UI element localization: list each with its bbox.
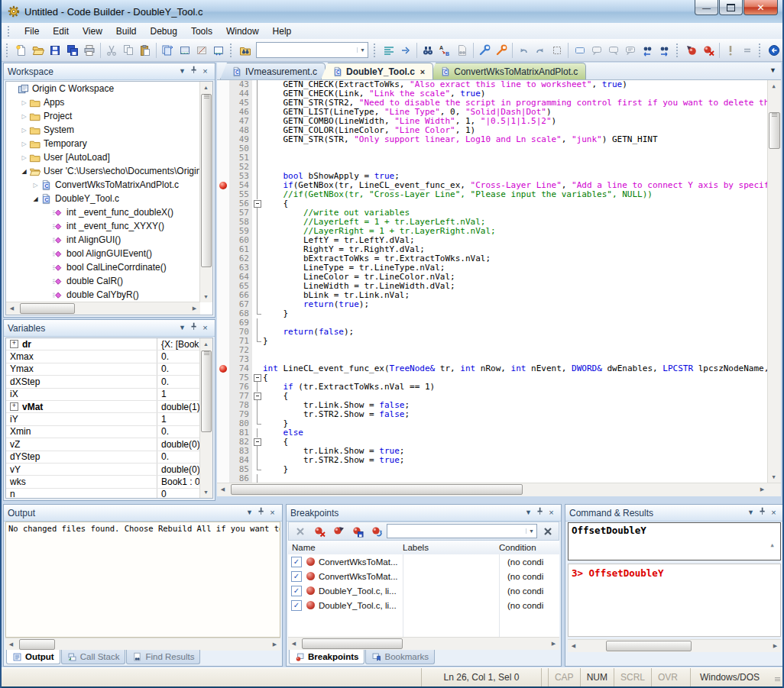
new-file-button[interactable] [13,41,30,59]
tree-item[interactable]: int _event_func_doubleX() [6,205,200,219]
bubble2-button[interactable] [605,41,622,59]
breakpoint-margin[interactable] [217,328,229,337]
variable-row[interactable]: iX1 [6,389,200,401]
menu-file[interactable]: File [18,24,46,38]
variable-row[interactable]: vYdouble(0) [6,464,200,476]
breakpoint-checkbox[interactable]: ✓ [291,557,302,567]
compile-disabled-button[interactable] [193,41,210,59]
breakpoint-margin[interactable] [217,208,229,218]
variable-row[interactable]: dYStep0. [6,451,200,464]
breakpoint-row[interactable]: ✓ConvertWksToMat...(no condi [288,554,559,569]
code-line[interactable]: 67 return(true); [217,300,767,309]
menu-help[interactable]: Help [266,24,299,38]
toolbar-combobox[interactable]: ▼ [256,42,368,58]
tree-item[interactable]: Origin C Workspace [6,82,200,95]
draw-rect-button[interactable] [571,41,588,59]
collapse-arrow-icon[interactable]: ◢ [31,195,40,202]
breakpoints-horizontal-scrollbar[interactable]: ◀ ▶ [288,637,559,650]
breakpoint-margin[interactable] [217,126,229,135]
panel-menu-icon[interactable]: ▼ [177,66,188,77]
combo-dropdown-arrow[interactable]: ▼ [357,47,368,53]
breakpoint-margin[interactable] [217,346,229,355]
tree-item[interactable]: ▷Apps [6,95,200,109]
breakpoint-margin[interactable] [217,318,229,328]
menu-window[interactable]: Window [219,24,266,38]
code-line[interactable]: 70 return(false); [217,328,767,337]
delete-x-button[interactable] [291,522,309,540]
breakpoint-checkbox[interactable]: ✓ [291,571,302,582]
pin-icon[interactable] [188,322,199,334]
close-tab-icon[interactable]: × [420,67,425,76]
breakpoint-margin[interactable] [217,117,229,126]
title-bar[interactable]: Untitled - Code Builder - DoubleY_Tool.c… [2,0,782,24]
replace-button[interactable]: AB [436,41,453,59]
save-all-button[interactable] [63,41,80,59]
breakpoint-margin[interactable] [217,227,229,236]
select-mode-button[interactable] [549,41,565,59]
workspace-vertical-scrollbar[interactable]: ▲ ▼ [199,82,212,302]
tree-item[interactable]: ◢CDoubleY_Tool.c [6,192,200,205]
code-line[interactable]: 84 tr.STR2.Show = true; [217,456,767,465]
output-text-area[interactable]: No changed files found. Choose Rebuild A… [5,522,280,638]
fold-box-icon[interactable] [254,374,261,382]
find-page-button[interactable] [453,41,470,59]
breakpoint-margin[interactable] [217,309,229,318]
breakpoint-margin[interactable] [217,89,229,99]
workspace-horizontal-scrollbar[interactable]: ◀ ▶ [6,302,200,315]
go-back-button[interactable] [766,41,782,59]
breakpoint-row[interactable]: ✓ConvertWksToMat...(no condi [288,569,559,583]
close-panel-icon[interactable]: × [267,507,278,518]
breakpoint-margin[interactable] [217,364,229,373]
breakpoint-margin[interactable] [217,218,229,227]
pin-icon[interactable] [255,507,267,519]
scroll-down-icon[interactable]: ▼ [200,291,212,302]
breakpoint-margin[interactable] [217,392,229,401]
fold-collapse-icon[interactable] [252,373,263,383]
menu-debug[interactable]: Debug [144,24,184,38]
build-wrench-button[interactable] [476,41,493,59]
variables-vertical-scrollbar[interactable]: ▲ ▼ [199,338,212,498]
expand-arrow-icon[interactable]: ▷ [19,99,29,106]
scroll-left-icon[interactable]: ◀ [568,640,579,651]
remove-breakpoint-button[interactable] [700,41,717,59]
breakpoint-icon[interactable] [219,365,227,373]
close-panel-icon[interactable]: × [199,322,211,334]
breakpoint-margin[interactable] [217,199,229,208]
code-line[interactable]: 74int LineCL_event_func_ex(TreeNode& tr,… [217,364,767,373]
breakpoint-margin[interactable] [217,465,229,474]
variable-row[interactable]: iY1 [6,413,200,425]
command-horizontal-scrollbar[interactable]: ◀ ▶ [568,639,781,652]
breakpoint-margin[interactable] [217,273,229,282]
tree-item[interactable]: ▷CConvertWksToMatrixAndPlot.c [6,178,200,192]
code-line[interactable]: 51 [217,153,767,163]
scroll-up-icon[interactable]: ▲ [767,542,777,548]
breakpoints-panel-tab-bookmarks[interactable]: Bookmarks [365,650,435,664]
rebuild-all-button[interactable] [210,41,227,59]
column-condition[interactable]: Condition [499,543,536,552]
menu-edit[interactable]: Edit [46,24,76,38]
find-prev-button[interactable] [639,41,656,59]
panel-menu-icon[interactable]: ▼ [244,507,255,518]
column-labels[interactable]: Labels [403,543,499,552]
column-name[interactable]: Name [288,543,403,552]
tab-list-dropdown-icon[interactable]: ▼ [769,66,776,74]
scroll-left-icon[interactable]: ◀ [6,302,18,314]
variable-row[interactable]: wksBook1 : 0{Workshee... [6,476,200,488]
scroll-up-icon[interactable]: ▲ [200,82,212,93]
tree-item[interactable]: bool CalLineCorrdinate() [6,260,200,274]
scroll-right-icon[interactable]: ▶ [548,638,559,649]
tree-item[interactable]: ▷System [6,123,200,137]
expand-arrow-icon[interactable]: ▷ [19,113,29,120]
scroll-down-icon[interactable]: ▼ [200,486,212,498]
output-horizontal-scrollbar[interactable]: ◀ ▶ [5,638,280,651]
editor-tab-ivmeasurement-c[interactable]: CIVmeasurement.c [220,63,326,79]
scroll-left-icon[interactable]: ◀ [288,638,300,649]
code-line[interactable]: 76 if (tr.ExtractToWks.nVal == 1) [217,383,767,392]
close-button[interactable]: ✕ [744,0,778,15]
cut-button[interactable] [103,41,120,59]
scroll-right-icon[interactable]: ▶ [269,638,280,650]
variable-row[interactable]: Xmin0. [6,426,200,438]
tree-item[interactable]: double CalR() [6,274,200,288]
save-button[interactable] [47,41,63,59]
close-panel-icon[interactable]: × [199,66,211,77]
